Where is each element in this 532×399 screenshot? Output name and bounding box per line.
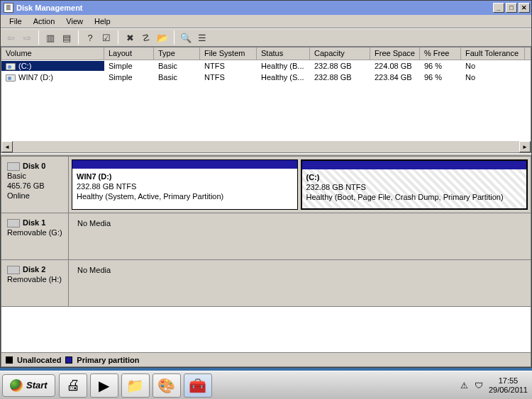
legend: Unallocated Primary partition — [1, 352, 531, 366]
column-header[interactable]: Status — [257, 47, 310, 60]
partition[interactable]: WIN7 (D:)232.88 GB NTFSHealthy (System, … — [72, 159, 298, 210]
list-icon[interactable]: ☰ — [195, 30, 209, 45]
partition[interactable]: (C:)232.88 GB NTFSHealthy (Boot, Page Fi… — [301, 159, 528, 210]
cell: (C:) — [1, 61, 104, 71]
cell: 232.88 GB — [310, 61, 370, 71]
disk-body: WIN7 (D:)232.88 GB NTFSHealthy (System, … — [69, 157, 531, 213]
title-bar[interactable]: ≣ Disk Management _ □ ✕ — [1, 1, 531, 15]
graphical-pane: Disk 0Basic465.76 GBOnlineWIN7 (D:)232.8… — [1, 156, 531, 367]
volume-row[interactable]: (C:)SimpleBasicNTFSHealthy (B...232.88 G… — [1, 60, 531, 72]
cell: NTFS — [200, 72, 257, 82]
window-title: Disk Management — [16, 4, 83, 12]
disk-icon — [7, 219, 20, 227]
app-icon: ≣ — [4, 3, 13, 13]
clock[interactable]: 17:55 29/06/2011 — [489, 376, 528, 395]
start-label: Start — [26, 380, 48, 390]
horizontal-scrollbar[interactable]: ◄ ► — [1, 141, 531, 152]
column-header[interactable]: Capacity — [310, 47, 370, 60]
start-button[interactable]: Start — [2, 374, 55, 397]
properties-icon[interactable]: ☡ — [139, 30, 153, 45]
disk-icon — [7, 266, 20, 274]
cell: Simple — [104, 61, 154, 71]
toolbox-icon[interactable]: 🧰 — [184, 373, 212, 398]
column-header[interactable]: File System — [200, 47, 257, 60]
clock-time: 17:55 — [489, 376, 528, 386]
cell: Healthy (B... — [257, 61, 310, 71]
disk-body: No Media — [69, 213, 531, 259]
cell: NTFS — [200, 61, 257, 71]
windows-orb-icon — [10, 379, 23, 392]
forward-icon: ⇨ — [20, 30, 34, 45]
disk-row: Disk 0Basic465.76 GBOnlineWIN7 (D:)232.8… — [1, 157, 531, 213]
up-icon[interactable]: ▥ — [43, 30, 57, 45]
taskbar: Start 🖨▶📁🎨🧰 ⚠🛡 17:55 29/06/2011 — [0, 371, 532, 399]
maximize-button[interactable]: □ — [506, 3, 517, 13]
system-tray: ⚠🛡 17:55 29/06/2011 — [455, 371, 532, 400]
volume-icon — [6, 74, 16, 82]
cell: 96 % — [420, 61, 461, 71]
cell: 224.08 GB — [370, 61, 420, 71]
cell: No — [461, 72, 525, 82]
disk-management-window: ≣ Disk Management _ □ ✕ File Action View… — [0, 0, 532, 368]
menu-file[interactable]: File — [4, 16, 28, 27]
menu-help[interactable]: Help — [89, 16, 116, 27]
volume-icon — [6, 63, 16, 70]
minimize-button[interactable]: _ — [493, 3, 504, 13]
cell: Basic — [154, 72, 200, 82]
cell: WIN7 (D:) — [1, 72, 104, 82]
column-header[interactable]: Volume — [1, 47, 104, 60]
no-media-label: No Media — [72, 216, 116, 257]
disk-row: Disk 1Removable (G:)No Media — [1, 213, 531, 260]
cell: 96 % — [420, 72, 461, 82]
no-media-label: No Media — [72, 263, 116, 303]
column-header[interactable]: Fault Tolerance — [461, 47, 525, 60]
refresh-icon[interactable]: ? — [83, 30, 97, 45]
toolbar: ⇦⇨▥▤?☑✖☡📂🔍☰ — [1, 28, 531, 47]
menu-bar: File Action View Help — [1, 15, 531, 28]
volumes-pane: VolumeLayoutTypeFile SystemStatusCapacit… — [1, 47, 531, 153]
column-header[interactable]: Layout — [104, 47, 154, 60]
disk-icon — [7, 162, 20, 171]
back-icon: ⇦ — [4, 30, 18, 45]
volumes-body: (C:)SimpleBasicNTFSHealthy (B...232.88 G… — [1, 60, 531, 83]
cell: Simple — [104, 72, 154, 82]
column-header[interactable]: % Free — [420, 47, 461, 60]
clock-date: 29/06/2011 — [489, 386, 528, 395]
legend-swatch-unallocated — [6, 356, 13, 364]
disk-label[interactable]: Disk 0Basic465.76 GBOnline — [1, 157, 69, 213]
scroll-left-arrow[interactable]: ◄ — [1, 141, 13, 152]
network-warning-icon[interactable]: ⚠ — [459, 380, 470, 391]
powershell-icon[interactable]: ▶ — [90, 373, 118, 398]
column-header[interactable]: Type — [154, 47, 200, 60]
cell: No — [461, 61, 525, 71]
close-button[interactable]: ✕ — [519, 3, 530, 13]
disk-row: Disk 2Removable (H:)No Media — [1, 260, 531, 307]
disk-label[interactable]: Disk 2Removable (H:) — [1, 260, 69, 306]
delete-icon[interactable]: ✖ — [123, 30, 137, 45]
cell: 223.84 GB — [370, 72, 420, 82]
legend-label-unallocated: Unallocated — [17, 356, 61, 364]
cell: 232.88 GB — [310, 72, 370, 82]
paint-icon[interactable]: 🎨 — [153, 373, 181, 398]
disk-label[interactable]: Disk 1Removable (G:) — [1, 213, 69, 259]
security-icon[interactable]: 🛡 — [473, 380, 484, 391]
legend-swatch-primary — [65, 356, 72, 364]
disk-body: No Media — [69, 260, 531, 306]
legend-label-primary: Primary partition — [77, 356, 139, 364]
explorer-icon[interactable]: 📁 — [121, 373, 150, 398]
settings-icon[interactable]: ☑ — [99, 30, 113, 45]
search-icon[interactable]: 🔍 — [179, 30, 193, 45]
open-icon[interactable]: 📂 — [155, 30, 170, 45]
cell: Basic — [154, 61, 200, 71]
tree-icon[interactable]: ▤ — [60, 30, 74, 45]
column-header[interactable]: Free Space — [370, 47, 420, 60]
volume-row[interactable]: WIN7 (D:)SimpleBasicNTFSHealthy (S...232… — [1, 72, 531, 83]
menu-view[interactable]: View — [60, 16, 89, 27]
scroll-right-arrow[interactable]: ► — [519, 141, 531, 152]
cell: Healthy (S... — [257, 72, 310, 82]
volumes-header: VolumeLayoutTypeFile SystemStatusCapacit… — [1, 47, 531, 60]
devices-icon[interactable]: 🖨 — [59, 373, 87, 398]
menu-action[interactable]: Action — [28, 16, 61, 27]
